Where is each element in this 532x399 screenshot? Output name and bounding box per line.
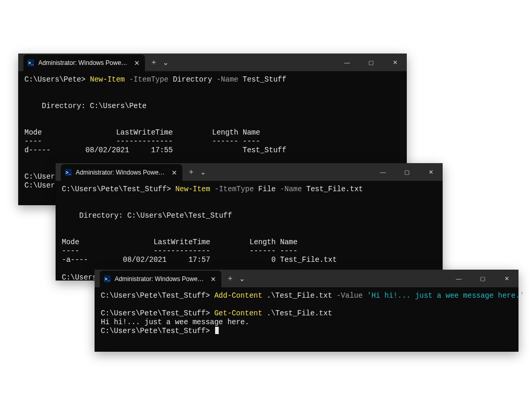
tab-dropdown-button[interactable]: ⌄ [239, 274, 245, 283]
new-tab-button[interactable]: ＋ [227, 274, 234, 283]
output-dirline: Directory: C:\Users\Pete [24, 102, 147, 110]
powershell-icon: >_ [104, 275, 111, 283]
maximize-button[interactable]: ▢ [395, 163, 419, 181]
command-output: Hi hi!... just a wee message here. [101, 318, 249, 326]
terminal-window-3: >_ Administrator: Windows PowerShell ✕ ＋… [95, 270, 518, 352]
output-dirline: Directory: C:\Users\Pete\Test_Stuff [62, 211, 232, 220]
prompt: C:\Users\Pete\Test_Stuff> [101, 327, 214, 335]
prompt: C:\Users\Pete> [24, 75, 90, 84]
prompt: C:\Users\Pete\Test_Stuff> [101, 309, 214, 317]
prompt: C:\Users [24, 181, 59, 190]
prompt: C:\Users [24, 172, 59, 181]
prompt: C:\Users\Pete\Test_Stuff> [62, 185, 175, 193]
param: -Name [212, 75, 243, 84]
param: -ItemType [210, 185, 258, 193]
powershell-icon: >_ [28, 59, 34, 66]
arg: Test_File.txt [307, 185, 363, 193]
titlebar[interactable]: >_ Administrator: Windows PowerShell ✕ ＋… [95, 270, 518, 287]
maximize-button[interactable]: ▢ [359, 54, 383, 71]
param: -ItemType [125, 75, 172, 84]
tab-powershell[interactable]: >_ Administrator: Windows PowerShell ✕ [61, 164, 182, 181]
output-row: -a---- 08/02/2021 17:57 0 Test_File.txt [62, 256, 337, 264]
tab-close-button[interactable]: ✕ [132, 59, 142, 67]
output-row: d----- 08/02/2021 17:55 Test_Stuff [24, 146, 286, 154]
output-header: Mode LastWriteTime Length Name [62, 238, 298, 246]
minimize-button[interactable]: ― [371, 163, 395, 181]
output-header-sep: ---- ------------- ------ ---- [24, 137, 260, 145]
tab-title: Administrator: Windows PowerShell [38, 59, 128, 66]
param: -Value [337, 291, 367, 300]
prompt: C:\Users\Pete\Test_Stuff> [101, 291, 214, 300]
minimize-button[interactable]: ― [335, 54, 359, 71]
close-button[interactable]: ✕ [419, 163, 443, 181]
command: New-Item [90, 75, 125, 84]
titlebar[interactable]: >_ Administrator: Windows PowerShell ✕ ＋… [56, 163, 443, 181]
tab-dropdown-button[interactable]: ⌄ [200, 168, 206, 176]
tab-close-button[interactable]: ✕ [208, 275, 218, 283]
command: Get-Content [214, 309, 262, 317]
output-header-sep: ---- ------------- ------ ---- [62, 247, 298, 255]
output-header: Mode LastWriteTime Length Name [24, 128, 260, 137]
string-literal: 'Hi hi!... just a wee message here.' [367, 291, 524, 300]
close-button[interactable]: ✕ [383, 54, 407, 71]
arg: File [258, 185, 276, 193]
cursor [215, 327, 219, 334]
tab-dropdown-button[interactable]: ⌄ [163, 58, 169, 66]
minimize-button[interactable]: ― [447, 270, 471, 287]
tab-powershell[interactable]: >_ Administrator: Windows PowerShell ✕ [100, 271, 221, 287]
command: Add-Content [214, 291, 262, 300]
tab-close-button[interactable]: ✕ [169, 169, 179, 177]
powershell-icon: >_ [65, 169, 72, 176]
new-tab-button[interactable]: ＋ [150, 58, 157, 67]
tab-powershell[interactable]: >_ Administrator: Windows PowerShell ✕ [23, 55, 145, 71]
prompt: C:\Users [62, 273, 97, 282]
arg: Directory [173, 75, 212, 84]
tab-title: Administrator: Windows PowerShell [115, 275, 204, 283]
param: -Name [276, 185, 307, 193]
arg: Test_Stuff [243, 75, 286, 84]
arg: .\Test_File.txt [262, 291, 337, 300]
new-tab-button[interactable]: ＋ [188, 167, 195, 177]
terminal-window-2: >_ Administrator: Windows PowerShell ✕ ＋… [56, 163, 443, 281]
arg: .\Test_File.txt [262, 309, 332, 317]
titlebar[interactable]: >_ Administrator: Windows PowerShell ✕ ＋… [18, 54, 407, 71]
command: New-Item [175, 185, 210, 193]
tab-title: Administrator: Windows PowerShell [76, 169, 165, 176]
maximize-button[interactable]: ▢ [471, 270, 495, 287]
close-button[interactable]: ✕ [495, 270, 518, 287]
terminal-body[interactable]: C:\Users\Pete\Test_Stuff> Add-Content .\… [95, 287, 518, 343]
